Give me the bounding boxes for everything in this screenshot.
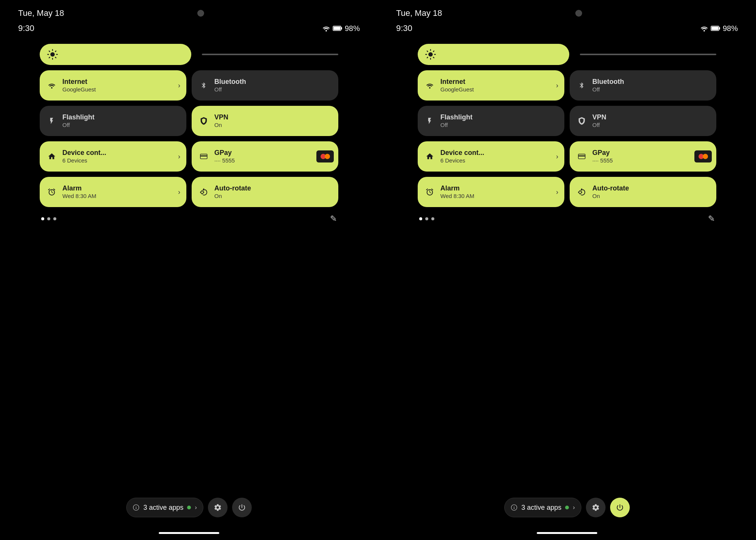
pill-chevron-1: › <box>195 504 197 511</box>
tile-flashlight-text-1: Flashlight Off <box>62 113 94 128</box>
edit-icon-1[interactable]: ✎ <box>330 214 337 224</box>
brightness-icon-2 <box>425 49 436 60</box>
tile-device-2[interactable]: Device cont... 6 Devices › <box>418 141 564 172</box>
tile-gpay-text-2: GPay ···· 5555 <box>592 149 613 164</box>
settings-button-2[interactable] <box>586 498 606 517</box>
pill-chevron-2: › <box>573 504 575 511</box>
tile-internet-title-1: Internet <box>62 78 96 86</box>
tile-alarm-title-2: Alarm <box>440 184 474 193</box>
tile-gpay-title-1: GPay <box>214 149 235 157</box>
tile-vpn-subtitle-1: On <box>214 122 228 128</box>
svg-point-0 <box>325 30 327 32</box>
tile-device-subtitle-2: 6 Devices <box>440 157 484 164</box>
tile-flashlight-2[interactable]: Flashlight Off <box>418 106 564 136</box>
battery-pct-2: 98% <box>723 24 738 33</box>
active-apps-pill-2[interactable]: 3 active apps › <box>504 498 581 517</box>
brightness-slider-2[interactable] <box>580 54 716 55</box>
svg-rect-11 <box>719 27 720 29</box>
power-button-2[interactable] <box>610 498 630 517</box>
tile-bluetooth-text-1: Bluetooth Off <box>214 78 246 93</box>
gpay-card-visual-2 <box>694 150 712 162</box>
tile-autorotate-text-2: Auto-rotate On <box>592 184 629 200</box>
svg-rect-7 <box>200 155 207 156</box>
tile-alarm-title-1: Alarm <box>62 184 96 193</box>
svg-point-14 <box>429 87 431 89</box>
battery-icon-2 <box>711 25 720 31</box>
wifi-icon-1 <box>322 25 330 32</box>
green-dot-1 <box>187 506 191 509</box>
camera-dot-2 <box>575 10 582 17</box>
tile-vpn-text-1: VPN On <box>214 113 228 128</box>
tile-internet-2[interactable]: Internet GoogleGuest › <box>418 70 564 101</box>
tile-bluetooth-subtitle-1: Off <box>214 86 246 93</box>
tile-autorotate-title-2: Auto-rotate <box>592 184 629 193</box>
tile-autorotate-subtitle-2: On <box>592 193 629 200</box>
wifi-icon-2 <box>700 25 708 32</box>
status-icons-2: 98% <box>700 24 738 33</box>
settings-icon-1 <box>214 503 222 512</box>
tile-bluetooth-2[interactable]: Bluetooth Off <box>570 70 716 101</box>
tile-autorotate-2[interactable]: Auto-rotate On <box>570 177 716 207</box>
tiles-grid-2: Internet GoogleGuest › Bluetooth Off <box>418 70 716 207</box>
tile-bluetooth-1[interactable]: Bluetooth Off <box>192 70 338 101</box>
pagination-2: ✎ <box>418 214 716 224</box>
tiles-grid-1: Internet GoogleGuest › Bluetooth Off <box>40 70 338 207</box>
active-apps-text-1: 3 active apps <box>143 504 183 512</box>
svg-rect-12 <box>711 27 718 30</box>
brightness-pill-1[interactable] <box>40 44 191 65</box>
battery-icon-1 <box>333 25 342 31</box>
tile-vpn-1[interactable]: VPN On <box>192 106 338 136</box>
date-1: Tue, May 18 <box>18 8 64 18</box>
tile-bluetooth-subtitle-2: Off <box>592 86 624 93</box>
dot-2-2 <box>425 217 428 220</box>
tile-flashlight-1[interactable]: Flashlight Off <box>40 106 186 136</box>
tile-device-title-1: Device cont... <box>62 149 106 157</box>
tile-autorotate-1[interactable]: Auto-rotate On <box>192 177 338 207</box>
dot-1-active <box>41 217 44 220</box>
brightness-slider-1[interactable] <box>202 54 338 55</box>
bottom-bar-1: 3 active apps › <box>126 498 251 517</box>
tile-internet-subtitle-1: GoogleGuest <box>62 86 96 93</box>
tile-gpay-title-2: GPay <box>592 149 613 157</box>
chevron-alarm-1: › <box>178 188 180 196</box>
svg-point-13 <box>428 52 433 57</box>
edit-icon-2[interactable]: ✎ <box>708 214 715 224</box>
tile-autorotate-text-1: Auto-rotate On <box>214 184 251 200</box>
bluetooth-tile-icon-1 <box>198 81 209 90</box>
tile-alarm-1[interactable]: Alarm Wed 8:30 AM › <box>40 177 186 207</box>
pagination-1: ✎ <box>40 214 338 224</box>
bottom-bar-2: 3 active apps › <box>504 498 629 517</box>
settings-button-1[interactable] <box>208 498 228 517</box>
bluetooth-tile-icon-2 <box>576 81 587 90</box>
tile-gpay-2[interactable]: GPay ···· 5555 <box>570 141 716 172</box>
status-bar-2: Tue, May 18 <box>378 0 756 18</box>
home-indicator-2 <box>537 532 597 534</box>
dot-2 <box>47 217 50 220</box>
brightness-pill-2[interactable] <box>418 44 569 65</box>
tile-bluetooth-text-2: Bluetooth Off <box>592 78 624 93</box>
phone-panel-2: Tue, May 18 9:30 98% <box>378 0 756 540</box>
tile-flashlight-subtitle-2: Off <box>440 122 472 128</box>
flashlight-tile-icon-2 <box>424 116 435 125</box>
tile-device-1[interactable]: Device cont... 6 Devices › <box>40 141 186 172</box>
tile-alarm-subtitle-2: Wed 8:30 AM <box>440 193 474 200</box>
time-row-1: 9:30 98% <box>0 18 378 33</box>
date-2: Tue, May 18 <box>396 8 442 18</box>
gpay-tile-icon-2 <box>576 153 587 160</box>
active-apps-pill-1[interactable]: 3 active apps › <box>126 498 203 517</box>
tile-flashlight-title-2: Flashlight <box>440 113 472 122</box>
tile-flashlight-text-2: Flashlight Off <box>440 113 472 128</box>
tile-internet-1[interactable]: Internet GoogleGuest › <box>40 70 186 101</box>
power-button-1[interactable] <box>232 498 252 517</box>
chevron-internet-2: › <box>556 82 558 90</box>
dot-3-2 <box>431 217 434 220</box>
gpay-dot-orange-2 <box>703 154 708 159</box>
tile-vpn-2[interactable]: VPN Off <box>570 106 716 136</box>
tile-autorotate-title-1: Auto-rotate <box>214 184 251 193</box>
home-indicator-1 <box>159 532 219 534</box>
page-dots-1 <box>41 217 56 220</box>
tile-alarm-2[interactable]: Alarm Wed 8:30 AM › <box>418 177 564 207</box>
device-tile-icon-2 <box>424 152 435 161</box>
tile-internet-subtitle-2: GoogleGuest <box>440 86 474 93</box>
tile-gpay-1[interactable]: GPay ···· 5555 <box>192 141 338 172</box>
